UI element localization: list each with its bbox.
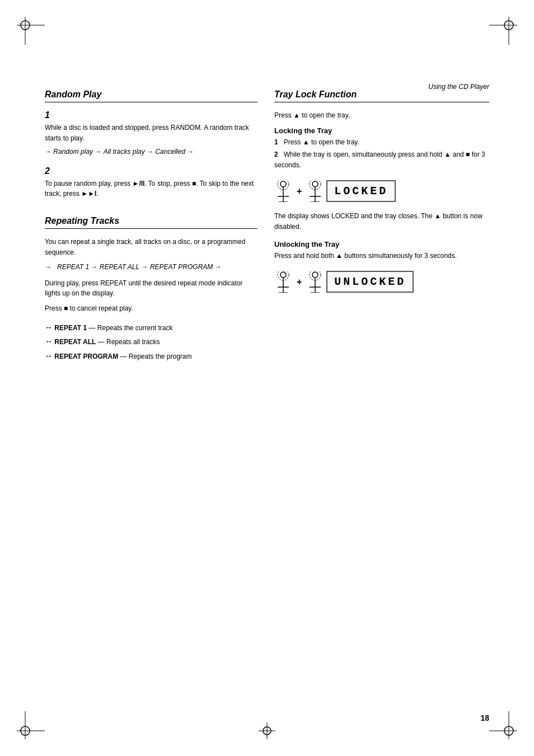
tray-lock-section: Tray Lock Function Press ▲ to open the t…	[274, 90, 489, 297]
repeat-arrows: → REPEAT 1 → REPEAT ALL → REPEAT PROGRAM…	[45, 262, 257, 273]
page-number: 18	[480, 713, 489, 722]
antenna-icon-left-unlock	[274, 271, 292, 293]
antenna-icon-left	[274, 181, 292, 202]
corner-mark-bl	[17, 711, 45, 739]
tray-lock-title: Tray Lock Function	[274, 90, 489, 102]
step1-text: While a disc is loaded and stopped, pres…	[45, 123, 257, 143]
svg-point-20	[312, 181, 318, 187]
locking-label: Locking the Tray	[274, 126, 489, 135]
unlock-text: Press and hold both ▲ buttons simultaneo…	[274, 251, 489, 261]
center-mark-bottom	[259, 722, 275, 739]
antenna-icon-right-locked	[306, 181, 324, 202]
repeat-mode-2: ↔ REPEAT ALL — Repeats all tracks	[45, 336, 257, 348]
col-left: Random Play 1 While a disc is loaded and…	[45, 90, 257, 363]
col-right: Tray Lock Function Press ▲ to open the t…	[274, 90, 489, 363]
repeat-mode-1: ↔ REPEAT 1 — Repeats the current track	[45, 322, 257, 334]
repeating-tracks-section: Repeating Tracks You can repeat a single…	[45, 216, 257, 363]
repeat-intro: You can repeat a single track, all track…	[45, 237, 257, 257]
lock-step2: 2 While the tray is open, simultaneously…	[274, 149, 489, 170]
repeat-mode-3: ↔ REPEAT PROGRAM — Repeats the program	[45, 350, 257, 363]
repeat-stop-text: Press ■ to cancel repeat play.	[45, 303, 257, 314]
repeat-step-text: During play, press REPEAT until the desi…	[45, 278, 257, 299]
main-content: Random Play 1 While a disc is loaded and…	[45, 90, 489, 700]
step1-num: 1	[45, 110, 257, 120]
locked-display-box: LOCKED	[326, 180, 396, 202]
corner-mark-tl	[17, 17, 45, 45]
two-columns: Random Play 1 While a disc is loaded and…	[45, 90, 489, 363]
svg-point-25	[280, 272, 286, 278]
repeating-tracks-title: Repeating Tracks	[45, 216, 257, 229]
antenna-icon-right-unlock	[306, 271, 324, 293]
step2-block: 2 To pause random play, press ►/II. To s…	[45, 166, 257, 199]
step2-text: To pause random play, press ►/II. To sto…	[45, 179, 257, 199]
corner-mark-br	[489, 711, 517, 739]
tray-lock-intro: Press ▲ to open the tray.	[274, 110, 489, 121]
locked-display-row: + LOCKED	[274, 176, 489, 206]
corner-mark-tr	[489, 17, 517, 45]
unlocking-label: Unlocking the Tray	[274, 240, 489, 248]
repeat-modes-list: ↔ REPEAT 1 — Repeats the current track ↔…	[45, 322, 257, 363]
step1-arrows: → Random play → All tracks play → Cancel…	[45, 147, 257, 157]
unlocked-display-row: + UNLOCKED	[274, 266, 489, 297]
unlocked-display-box: UNLOCKED	[326, 271, 414, 293]
locked-note: The display shows LOCKED and the tray cl…	[274, 211, 489, 232]
step2-num: 2	[45, 166, 257, 176]
random-play-title: Random Play	[45, 90, 257, 102]
plus-sign-locked: +	[297, 186, 302, 196]
lock-step1: 1 Press ▲ to open the tray.	[274, 137, 489, 148]
plus-sign-unlocked: +	[297, 277, 302, 287]
svg-point-15	[280, 181, 286, 187]
step1-block: 1 While a disc is loaded and stopped, pr…	[45, 110, 257, 157]
random-play-section: Random Play 1 While a disc is loaded and…	[45, 90, 257, 199]
svg-point-30	[312, 272, 318, 278]
